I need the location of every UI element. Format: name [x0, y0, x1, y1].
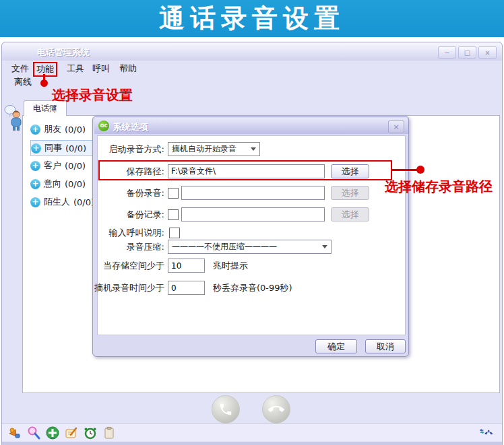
expand-plus-icon[interactable]: + [30, 125, 40, 135]
group-count: (0/0) [73, 197, 94, 207]
user-avatar [4, 103, 23, 133]
sidebar-item-colleagues[interactable]: + 同事 (0/0) [30, 140, 94, 156]
chevron-down-icon [251, 147, 256, 151]
alarm-icon[interactable] [83, 425, 98, 440]
dialog-titlebar: OC 系统选项 × [94, 118, 408, 134]
window-title: 电话管理系统 [37, 46, 90, 59]
group-count: (0/0) [65, 143, 86, 153]
phone-hangup-icon [268, 401, 284, 417]
compression-dropdown[interactable]: ————不使用压缩———— [168, 240, 332, 254]
menu-call[interactable]: 呼叫 [90, 62, 112, 75]
menu-help[interactable]: 帮助 [117, 62, 139, 75]
expand-plus-icon[interactable]: + [31, 143, 41, 153]
sidebar-item-customers[interactable]: + 客户 (0/0) [30, 158, 91, 173]
search-icon[interactable] [26, 425, 41, 440]
menu-tools[interactable]: 工具 [65, 62, 86, 75]
group-count: (0/0) [65, 125, 86, 135]
backup-log-label: 备份记录: [94, 207, 164, 221]
dialog-close-button[interactable]: × [388, 121, 404, 133]
group-label: 同事 [44, 142, 62, 154]
call-note-label: 输入呼叫说明: [94, 226, 164, 240]
chevron-down-icon [322, 245, 327, 248]
menu-function[interactable]: 功能 [33, 62, 57, 77]
group-count: (0/0) [65, 161, 86, 171]
space-warning-suffix: 兆时提示 [213, 259, 248, 273]
backup-recording-label: 备份录音: [94, 186, 164, 200]
backup-log-checkbox[interactable] [168, 209, 179, 220]
hang-up-button[interactable] [262, 395, 290, 423]
answer-call-button[interactable] [212, 395, 240, 423]
backup-log-input[interactable] [181, 207, 325, 221]
sidebar-item-friends[interactable]: + 朋友 (0/0) [30, 122, 91, 137]
group-label: 客户 [44, 160, 61, 172]
path-callout-text: 选择储存录音路径 [385, 178, 493, 196]
start-mode-value: 摘机自动开始录音 [172, 143, 237, 155]
menu-callout-text: 选择录音设置 [52, 86, 133, 104]
menu-file[interactable]: 文件 [9, 62, 31, 75]
add-icon[interactable] [45, 425, 60, 440]
save-path-highlight-box [98, 160, 392, 180]
menu-bar: 文件 功能 工具 呼叫 帮助 [2, 61, 502, 75]
path-callout-line [392, 169, 419, 171]
backup-log-select-button: 选择 [331, 207, 369, 221]
ok-button[interactable]: 确定 [315, 339, 357, 353]
compression-value: ————不使用压缩———— [172, 241, 277, 252]
clipboard-icon[interactable] [102, 425, 117, 440]
discard-time-input[interactable] [168, 281, 205, 295]
window-controls: − □ × [438, 46, 497, 59]
discard-time-suffix: 秒丢弃录音(0-99秒) [213, 281, 292, 295]
group-label: 陌生人 [44, 196, 70, 208]
expand-plus-icon[interactable]: + [30, 161, 40, 171]
menu-callout-dot [40, 79, 48, 87]
contact-person-icon[interactable] [7, 425, 22, 440]
system-options-dialog: OC 系统选项 × 启动录音方式: 摘机自动开始录音 保存路径: 选择 备份录音… [92, 116, 409, 357]
group-count: (0/0) [65, 179, 86, 189]
dialog-logo-icon: OC [98, 121, 109, 131]
path-callout-dot [416, 166, 424, 174]
backup-recording-input[interactable] [181, 186, 325, 200]
avatar-icon [4, 103, 23, 133]
tab-phonebook-label: 电话簿 [33, 103, 57, 114]
notes-icon[interactable] [64, 425, 79, 440]
discard-time-label: 摘机录音时间少于 [94, 281, 164, 295]
call-note-checkbox[interactable] [169, 228, 180, 238]
status-bar [2, 423, 502, 442]
compression-label: 录音压缩: [94, 240, 164, 254]
start-mode-label: 启动录音方式: [94, 142, 164, 156]
sidebar-item-intentions[interactable]: + 意向 (0/0) [30, 176, 91, 191]
expand-plus-icon[interactable]: + [30, 179, 40, 189]
close-button[interactable]: × [478, 46, 497, 59]
cancel-button[interactable]: 取消 [365, 339, 406, 353]
backup-recording-select-button: 选择 [331, 186, 369, 200]
group-label: 朋友 [44, 123, 61, 135]
page-title: 通话录音设置 [159, 1, 345, 36]
expand-plus-icon[interactable]: + [30, 197, 40, 207]
call-transfer-icon[interactable] [479, 425, 494, 440]
start-mode-dropdown[interactable]: 摘机自动开始录音 [168, 142, 260, 156]
space-warning-label: 当存储空间少于 [94, 259, 164, 273]
dialog-title: 系统选项 [113, 121, 148, 133]
space-warning-input[interactable] [168, 259, 205, 273]
window-titlebar: 电话管理系统 − □ × [2, 42, 502, 61]
maximize-button[interactable]: □ [458, 46, 476, 59]
group-label: 意向 [44, 178, 61, 190]
page-title-banner: 通话录音设置 [0, 0, 504, 37]
screenshot-root: 通话录音设置 电话管理系统 − □ × 文件 功能 工具 呼叫 帮助 离线 [0, 0, 504, 445]
menu-item-offline[interactable]: 离线 [14, 76, 32, 88]
sidebar-item-strangers[interactable]: + 陌生人 (0/0) [30, 195, 100, 209]
minimize-button[interactable]: − [438, 46, 456, 59]
window-bottom-edge [2, 442, 502, 445]
phone-pickup-icon [218, 402, 233, 417]
backup-recording-checkbox[interactable] [168, 188, 179, 199]
